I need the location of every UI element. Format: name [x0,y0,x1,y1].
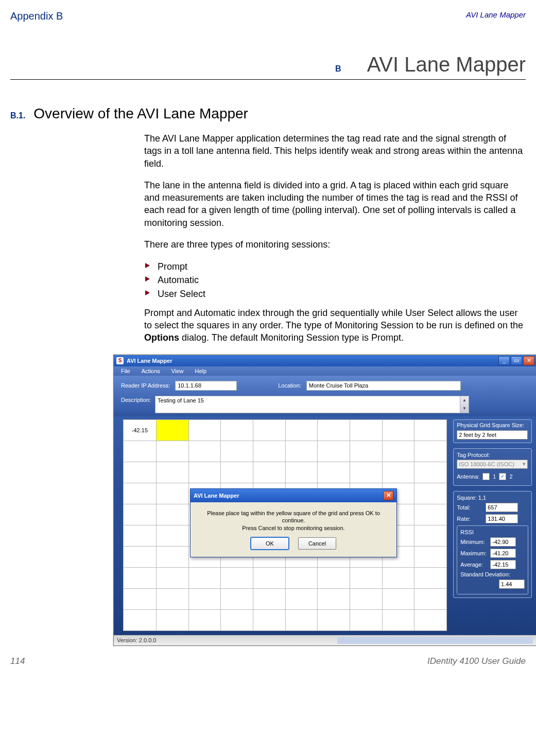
grid-cell[interactable] [285,588,318,609]
menu-view[interactable]: View [171,368,184,374]
grid-cell[interactable] [156,567,188,588]
grid-cell[interactable] [188,609,221,630]
antenna2-checkbox[interactable]: ✓ [499,473,506,480]
grid-cell[interactable] [221,567,253,588]
grid-cell[interactable] [414,588,447,609]
grid-cell[interactable] [382,419,414,441]
tag-protocol-label: Tag Protocol: [457,452,528,458]
grid-cell[interactable] [156,504,188,525]
grid-cell[interactable] [414,525,447,546]
grid-cell[interactable] [414,546,447,567]
menu-actions[interactable]: Actions [142,368,160,374]
grid-cell[interactable] [285,609,318,630]
scroll-down-icon[interactable]: ▼ [460,405,469,413]
antenna1-checkbox[interactable] [482,473,490,480]
tag-protocol-select[interactable]: ISO 18000-6C (ISOC) ▾ [457,460,528,469]
window-titlebar[interactable]: S AVI Lane Mapper _ ▭ ✕ [114,355,536,366]
paragraph-4: Prompt and Automatic index through the g… [144,307,526,344]
grid-cell[interactable] [156,441,188,462]
grid-cell[interactable] [350,419,383,441]
grid-cell[interactable] [382,462,414,483]
grid-cell[interactable] [156,546,188,567]
grid-cell[interactable] [188,567,221,588]
rate-label: Rate: [457,516,482,522]
grid-cell[interactable] [285,419,318,441]
scroll-up-icon[interactable]: ▲ [460,396,469,405]
location-field[interactable]: Monte Cruise Toll Plaza [306,381,461,391]
grid-cell[interactable] [414,419,447,441]
grid-cell[interactable] [350,588,383,609]
grid-cell[interactable] [414,567,447,588]
grid-cell[interactable] [350,567,383,588]
grid-cell-0-0[interactable]: -42.15 [124,419,157,441]
grid-cell[interactable] [253,462,285,483]
grid-cell[interactable] [414,441,447,462]
grid-cell[interactable] [414,483,447,504]
reader-ip-field[interactable]: 10.1.1.68 [175,381,237,391]
dialog-title: AVI Lane Mapper [194,493,239,499]
grid-cell[interactable] [221,462,253,483]
tag-protocol-panel: Tag Protocol: ISO 18000-6C (ISOC) ▾ Ante… [453,448,532,486]
grid-cell[interactable] [253,567,285,588]
grid-cell[interactable] [124,588,157,609]
grid-cell[interactable] [350,609,383,630]
grid-cell[interactable] [414,462,447,483]
grid-cell[interactable] [156,525,188,546]
cancel-button[interactable]: Cancel [298,537,336,550]
grid-cell[interactable] [124,567,157,588]
grid-cell[interactable] [124,609,157,630]
grid-cell[interactable] [414,504,447,525]
rssi-max-label: Maximum: [460,550,487,556]
grid-cell[interactable] [124,483,157,504]
grid-cell[interactable] [318,419,350,441]
grid-cell[interactable] [382,588,414,609]
grid-cell[interactable] [382,441,414,462]
grid-cell[interactable] [382,567,414,588]
grid-cell[interactable] [350,462,383,483]
grid-cell[interactable] [318,588,350,609]
grid-cell[interactable] [188,441,221,462]
grid-cell[interactable] [156,588,188,609]
physical-grid-field[interactable]: 2 feet by 2 feet [457,430,528,439]
ok-button[interactable]: OK [251,537,289,550]
grid-cell[interactable] [124,546,157,567]
grid-cell[interactable] [156,462,188,483]
grid-cell[interactable] [350,441,383,462]
grid-cell[interactable] [124,462,157,483]
grid-cell[interactable] [221,588,253,609]
grid-cell[interactable] [156,609,188,630]
grid-cell[interactable] [318,609,350,630]
grid-cell[interactable] [318,441,350,462]
grid-cell[interactable] [318,567,350,588]
grid-cell[interactable] [188,588,221,609]
grid-cell-0-1[interactable] [156,419,188,441]
menu-file[interactable]: File [121,368,130,374]
grid-cell[interactable] [414,609,447,630]
close-button[interactable]: ✕ [523,356,534,365]
grid-cell[interactable] [124,504,157,525]
dialog-close-button[interactable]: ✕ [383,491,393,500]
bullet-prompt: Prompt [144,260,526,273]
grid-cell[interactable] [318,462,350,483]
grid-cell[interactable] [382,609,414,630]
grid-cell[interactable] [221,441,253,462]
grid-cell[interactable] [221,419,253,441]
grid-cell[interactable] [253,441,285,462]
grid-cell[interactable] [253,588,285,609]
maximize-button[interactable]: ▭ [511,356,522,365]
description-field[interactable]: Testing of Lane 15 ▲ ▼ [155,396,469,413]
grid-cell[interactable] [221,609,253,630]
grid-cell[interactable] [188,462,221,483]
grid-cell[interactable] [285,441,318,462]
menu-help[interactable]: Help [195,368,206,374]
grid-cell[interactable] [188,419,221,441]
grid-cell[interactable] [156,483,188,504]
grid-cell[interactable] [285,567,318,588]
grid-cell[interactable] [124,525,157,546]
grid-cell[interactable] [253,609,285,630]
grid-cell[interactable] [124,441,157,462]
bullet-automatic: Automatic [144,273,526,287]
grid-cell[interactable] [253,419,285,441]
grid-cell[interactable] [285,462,318,483]
minimize-button[interactable]: _ [498,356,510,365]
